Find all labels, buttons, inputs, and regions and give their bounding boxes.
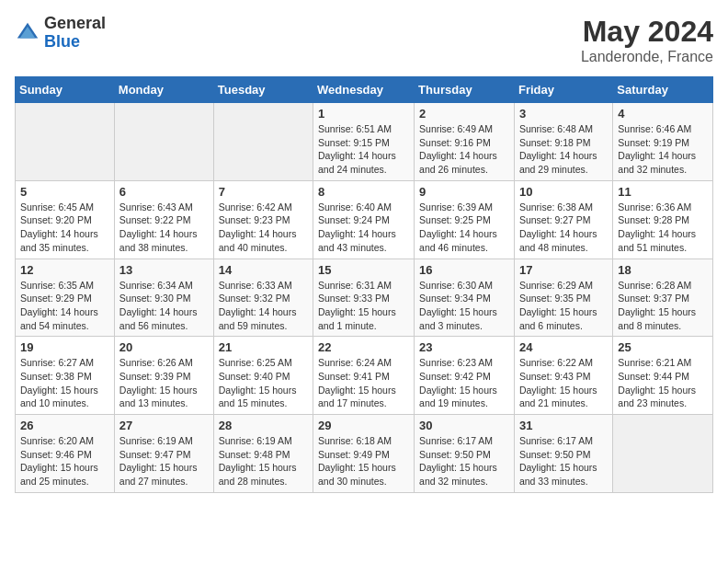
day-info: Sunrise: 6:27 AM Sunset: 9:38 PM Dayligh… xyxy=(20,356,109,410)
column-header-wednesday: Wednesday xyxy=(313,77,415,103)
day-info: Sunrise: 6:19 AM Sunset: 9:48 PM Dayligh… xyxy=(219,434,308,488)
day-info: Sunrise: 6:40 AM Sunset: 9:24 PM Dayligh… xyxy=(318,201,409,255)
day-number: 25 xyxy=(618,340,708,354)
day-number: 8 xyxy=(318,185,409,199)
day-number: 31 xyxy=(519,419,608,432)
month-year: May 2024 xyxy=(581,15,713,49)
calendar-cell: 12Sunrise: 6:35 AM Sunset: 9:29 PM Dayli… xyxy=(16,259,115,337)
calendar-cell: 5Sunrise: 6:45 AM Sunset: 9:20 PM Daylig… xyxy=(16,180,115,259)
day-info: Sunrise: 6:39 AM Sunset: 9:25 PM Dayligh… xyxy=(419,201,509,255)
column-header-thursday: Thursday xyxy=(415,77,515,103)
day-number: 16 xyxy=(419,263,509,277)
logo-blue: Blue xyxy=(44,32,80,51)
day-info: Sunrise: 6:24 AM Sunset: 9:41 PM Dayligh… xyxy=(318,356,409,410)
day-info: Sunrise: 6:43 AM Sunset: 9:22 PM Dayligh… xyxy=(119,201,209,255)
column-header-friday: Friday xyxy=(514,77,612,103)
calendar-cell: 7Sunrise: 6:42 AM Sunset: 9:23 PM Daylig… xyxy=(213,180,313,259)
day-info: Sunrise: 6:21 AM Sunset: 9:44 PM Dayligh… xyxy=(618,356,708,410)
calendar-cell: 18Sunrise: 6:28 AM Sunset: 9:37 PM Dayli… xyxy=(613,259,713,337)
calendar-cell: 8Sunrise: 6:40 AM Sunset: 9:24 PM Daylig… xyxy=(313,180,415,259)
day-number: 21 xyxy=(219,340,308,354)
day-info: Sunrise: 6:17 AM Sunset: 9:50 PM Dayligh… xyxy=(419,434,509,488)
calendar-cell: 31Sunrise: 6:17 AM Sunset: 9:50 PM Dayli… xyxy=(514,415,612,493)
day-info: Sunrise: 6:25 AM Sunset: 9:40 PM Dayligh… xyxy=(219,356,308,410)
day-number: 13 xyxy=(119,263,209,277)
calendar-cell: 6Sunrise: 6:43 AM Sunset: 9:22 PM Daylig… xyxy=(114,180,213,259)
calendar-cell: 13Sunrise: 6:34 AM Sunset: 9:30 PM Dayli… xyxy=(114,259,213,337)
day-number: 30 xyxy=(419,419,509,432)
logo: General Blue xyxy=(15,15,106,52)
calendar-cell: 15Sunrise: 6:31 AM Sunset: 9:33 PM Dayli… xyxy=(313,259,415,337)
day-info: Sunrise: 6:28 AM Sunset: 9:37 PM Dayligh… xyxy=(618,279,708,333)
day-info: Sunrise: 6:33 AM Sunset: 9:32 PM Dayligh… xyxy=(219,279,308,333)
day-info: Sunrise: 6:51 AM Sunset: 9:15 PM Dayligh… xyxy=(318,122,409,177)
calendar-cell xyxy=(114,103,213,181)
logo-general: General xyxy=(44,14,106,32)
day-info: Sunrise: 6:42 AM Sunset: 9:23 PM Dayligh… xyxy=(219,201,308,255)
day-number: 12 xyxy=(20,263,109,277)
logo-icon xyxy=(15,20,40,46)
day-info: Sunrise: 6:46 AM Sunset: 9:19 PM Dayligh… xyxy=(618,122,708,177)
day-number: 23 xyxy=(419,340,509,354)
calendar-week-4: 19Sunrise: 6:27 AM Sunset: 9:38 PM Dayli… xyxy=(16,337,713,415)
column-header-saturday: Saturday xyxy=(613,77,713,103)
day-number: 3 xyxy=(519,107,608,121)
day-info: Sunrise: 6:18 AM Sunset: 9:49 PM Dayligh… xyxy=(318,434,409,488)
calendar-cell: 16Sunrise: 6:30 AM Sunset: 9:34 PM Dayli… xyxy=(415,259,515,337)
calendar-cell: 29Sunrise: 6:18 AM Sunset: 9:49 PM Dayli… xyxy=(313,415,415,493)
calendar-week-5: 26Sunrise: 6:20 AM Sunset: 9:46 PM Dayli… xyxy=(16,415,713,493)
location: Landeronde, France xyxy=(581,49,713,65)
day-number: 10 xyxy=(519,185,608,199)
calendar-cell: 3Sunrise: 6:48 AM Sunset: 9:18 PM Daylig… xyxy=(514,103,612,181)
day-number: 15 xyxy=(318,263,409,277)
day-number: 9 xyxy=(419,185,509,199)
calendar-cell: 4Sunrise: 6:46 AM Sunset: 9:19 PM Daylig… xyxy=(613,103,713,181)
calendar-cell: 17Sunrise: 6:29 AM Sunset: 9:35 PM Dayli… xyxy=(514,259,612,337)
calendar-table: SundayMondayTuesdayWednesdayThursdayFrid… xyxy=(15,76,713,493)
calendar-cell: 30Sunrise: 6:17 AM Sunset: 9:50 PM Dayli… xyxy=(415,415,515,493)
calendar-cell: 28Sunrise: 6:19 AM Sunset: 9:48 PM Dayli… xyxy=(213,415,313,493)
day-number: 17 xyxy=(519,263,608,277)
calendar-cell: 23Sunrise: 6:23 AM Sunset: 9:42 PM Dayli… xyxy=(415,337,515,415)
calendar-cell xyxy=(213,103,313,181)
page-header: General Blue May 2024 Landeronde, France xyxy=(15,15,713,65)
calendar-cell: 14Sunrise: 6:33 AM Sunset: 9:32 PM Dayli… xyxy=(213,259,313,337)
day-number: 4 xyxy=(618,107,708,121)
day-info: Sunrise: 6:48 AM Sunset: 9:18 PM Dayligh… xyxy=(519,122,608,177)
calendar-cell: 2Sunrise: 6:49 AM Sunset: 9:16 PM Daylig… xyxy=(415,103,515,181)
column-header-sunday: Sunday xyxy=(16,77,115,103)
day-number: 18 xyxy=(618,263,708,277)
day-info: Sunrise: 6:34 AM Sunset: 9:30 PM Dayligh… xyxy=(119,279,209,333)
calendar-cell: 22Sunrise: 6:24 AM Sunset: 9:41 PM Dayli… xyxy=(313,337,415,415)
day-number: 5 xyxy=(20,185,109,199)
day-number: 14 xyxy=(219,263,308,277)
calendar-cell: 26Sunrise: 6:20 AM Sunset: 9:46 PM Dayli… xyxy=(16,415,115,493)
day-number: 24 xyxy=(519,340,608,354)
day-info: Sunrise: 6:38 AM Sunset: 9:27 PM Dayligh… xyxy=(519,201,608,255)
calendar-cell: 1Sunrise: 6:51 AM Sunset: 9:15 PM Daylig… xyxy=(313,103,415,181)
calendar-cell xyxy=(16,103,115,181)
day-info: Sunrise: 6:49 AM Sunset: 9:16 PM Dayligh… xyxy=(419,122,509,177)
day-info: Sunrise: 6:23 AM Sunset: 9:42 PM Dayligh… xyxy=(419,356,509,410)
calendar-header-row: SundayMondayTuesdayWednesdayThursdayFrid… xyxy=(16,77,713,103)
day-info: Sunrise: 6:31 AM Sunset: 9:33 PM Dayligh… xyxy=(318,279,409,333)
day-info: Sunrise: 6:22 AM Sunset: 9:43 PM Dayligh… xyxy=(519,356,608,410)
day-number: 7 xyxy=(219,185,308,199)
day-number: 29 xyxy=(318,419,409,432)
calendar-cell: 24Sunrise: 6:22 AM Sunset: 9:43 PM Dayli… xyxy=(514,337,612,415)
calendar-cell: 10Sunrise: 6:38 AM Sunset: 9:27 PM Dayli… xyxy=(514,180,612,259)
day-info: Sunrise: 6:29 AM Sunset: 9:35 PM Dayligh… xyxy=(519,279,608,333)
calendar-week-3: 12Sunrise: 6:35 AM Sunset: 9:29 PM Dayli… xyxy=(16,259,713,337)
day-info: Sunrise: 6:30 AM Sunset: 9:34 PM Dayligh… xyxy=(419,279,509,333)
day-number: 19 xyxy=(20,340,109,354)
calendar-cell: 20Sunrise: 6:26 AM Sunset: 9:39 PM Dayli… xyxy=(114,337,213,415)
calendar-cell: 11Sunrise: 6:36 AM Sunset: 9:28 PM Dayli… xyxy=(613,180,713,259)
day-number: 6 xyxy=(119,185,209,199)
day-number: 27 xyxy=(119,419,209,432)
day-info: Sunrise: 6:36 AM Sunset: 9:28 PM Dayligh… xyxy=(618,201,708,255)
calendar-cell: 9Sunrise: 6:39 AM Sunset: 9:25 PM Daylig… xyxy=(415,180,515,259)
day-number: 22 xyxy=(318,340,409,354)
day-info: Sunrise: 6:17 AM Sunset: 9:50 PM Dayligh… xyxy=(519,434,608,488)
day-info: Sunrise: 6:19 AM Sunset: 9:47 PM Dayligh… xyxy=(119,434,209,488)
calendar-week-2: 5Sunrise: 6:45 AM Sunset: 9:20 PM Daylig… xyxy=(16,180,713,259)
